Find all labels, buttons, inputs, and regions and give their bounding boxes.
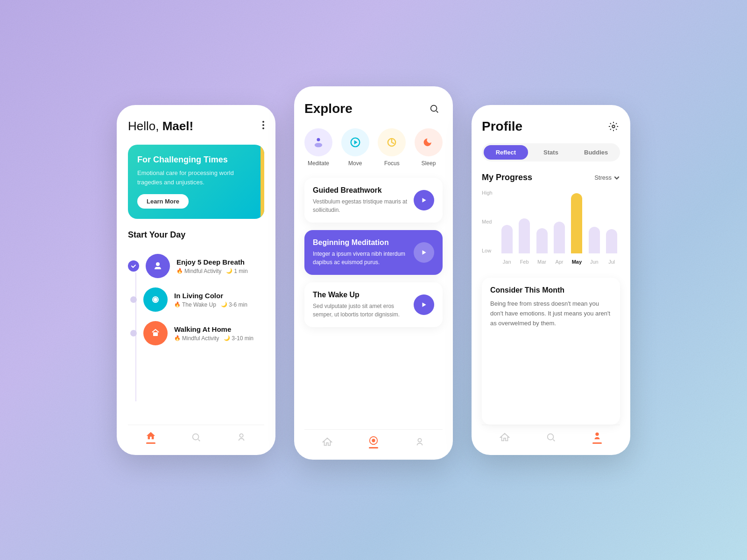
- play-button-3[interactable]: [414, 294, 434, 315]
- play-button-2[interactable]: [414, 242, 434, 263]
- profile-header: Profile: [482, 119, 620, 134]
- bar-jun: [588, 190, 600, 253]
- x-mar: Mar: [536, 259, 548, 265]
- svg-point-13: [612, 125, 615, 128]
- explore-header: Explore: [304, 100, 443, 117]
- activity-meta-2: 🔥 The Wake Up 🌙 3-6 min: [174, 301, 264, 308]
- activity-duration-2: 🌙 3-6 min: [221, 301, 247, 308]
- more-options-button[interactable]: [262, 119, 264, 129]
- card-text-1: Guided Breathwork Vestibulum egestas tri…: [313, 186, 408, 214]
- chart-x-labels: Jan Feb Mar Apr May Jun Jul: [499, 259, 620, 265]
- bar-mar: [536, 190, 548, 253]
- nav-indicator-explore: [369, 447, 378, 448]
- activity-icon-2: [143, 287, 168, 312]
- clock-icon-3: 🌙: [224, 335, 230, 341]
- category-sleep[interactable]: Sleep: [415, 128, 443, 167]
- svg-point-15: [595, 433, 599, 436]
- activity-item[interactable]: In Living Color 🔥 The Wake Up 🌙 3-6 min: [128, 283, 264, 316]
- svg-point-4: [240, 434, 243, 437]
- consider-card: Consider This Month Being free from stre…: [482, 278, 620, 425]
- fire-icon-3: 🔥: [174, 335, 181, 341]
- activity-meta-3: 🔥 Mindful Activity 🌙 3-10 min: [174, 335, 264, 342]
- learn-more-button[interactable]: Learn More: [137, 194, 189, 209]
- chart-bars: [499, 190, 620, 253]
- activity-category-1: 🔥 Mindful Activity: [176, 268, 221, 274]
- activity-info-3: Walking At Home 🔥 Mindful Activity 🌙 3-1…: [174, 325, 264, 342]
- activity-name-1: Enjoy 5 Deep Breath: [176, 258, 264, 266]
- progress-chart: High Med Low Jan Feb Mar Ap: [482, 190, 620, 265]
- s2-nav-explore[interactable]: [368, 435, 379, 448]
- svg-point-14: [548, 434, 554, 440]
- chart-y-labels: High Med Low: [482, 190, 493, 253]
- x-apr: Apr: [553, 259, 565, 265]
- content-card-breathwork[interactable]: Guided Breathwork Vestibulum egestas tri…: [304, 178, 443, 223]
- category-focus[interactable]: Focus: [378, 128, 406, 167]
- move-circle: [341, 128, 369, 156]
- bar-jan: [500, 190, 513, 253]
- consider-text: Being free from stress doesn't mean you …: [490, 299, 612, 328]
- category-meditate[interactable]: Meditate: [304, 128, 332, 167]
- dot-indicator: [130, 330, 137, 336]
- meditate-label: Meditate: [308, 160, 329, 167]
- category-move[interactable]: Move: [341, 128, 369, 167]
- content-card-meditation[interactable]: Beginning Meditation Integer a ipsum viv…: [304, 230, 443, 275]
- svg-point-12: [418, 439, 421, 442]
- card-text-3: The Wake Up Sed vulputate justo sit amet…: [313, 291, 408, 319]
- profile-bottom-nav: [482, 425, 620, 446]
- card-title-1: Guided Breathwork: [313, 186, 408, 195]
- play-button-1[interactable]: [414, 190, 434, 210]
- progress-title: My Progress: [482, 173, 532, 182]
- y-label-med: Med: [482, 219, 493, 224]
- meditate-circle: [304, 128, 332, 156]
- clock-icon-2: 🌙: [221, 301, 227, 308]
- s2-nav-home[interactable]: [322, 437, 332, 447]
- activity-icon-3: [143, 321, 168, 345]
- bottom-nav: [128, 425, 264, 446]
- nav-profile[interactable]: [236, 432, 247, 442]
- activity-info-1: Enjoy 5 Deep Breath 🔥 Mindful Activity 🌙…: [176, 258, 264, 274]
- x-feb: Feb: [518, 259, 530, 265]
- screen-explore: Explore Meditate Move: [294, 86, 453, 460]
- tab-stats[interactable]: Stats: [529, 145, 573, 160]
- move-label: Move: [348, 160, 362, 167]
- card-text-2: Beginning Meditation Integer a ipsum viv…: [313, 238, 408, 266]
- clock-icon: 🌙: [226, 268, 233, 274]
- activity-item[interactable]: Enjoy 5 Deep Breath 🔥 Mindful Activity 🌙…: [128, 249, 264, 283]
- s3-nav-profile[interactable]: [592, 431, 602, 444]
- x-may: May: [571, 259, 583, 265]
- activity-info-2: In Living Color 🔥 The Wake Up 🌙 3-6 min: [174, 292, 264, 308]
- profile-tabs: Reflect Stats Buddies: [482, 143, 620, 161]
- greeting-name: Mael!: [162, 119, 193, 133]
- stress-filter[interactable]: Stress: [594, 174, 620, 181]
- settings-button[interactable]: [607, 120, 620, 133]
- focus-circle: [378, 128, 406, 156]
- greeting: Hello, Mael!: [128, 119, 193, 133]
- screen-home: Hello, Mael! For Challenging Times Emoti…: [117, 105, 275, 455]
- tab-reflect[interactable]: Reflect: [484, 145, 528, 160]
- activity-name-3: Walking At Home: [174, 325, 264, 333]
- s3-nav-search[interactable]: [546, 432, 556, 442]
- screen-profile: Profile Reflect Stats Buddies My Progres…: [472, 105, 630, 455]
- s3-nav-home[interactable]: [500, 432, 510, 442]
- search-button[interactable]: [426, 100, 443, 117]
- consider-title: Consider This Month: [490, 286, 612, 294]
- nav-search[interactable]: [191, 432, 201, 442]
- card-title-3: The Wake Up: [313, 291, 408, 299]
- activity-item[interactable]: Walking At Home 🔥 Mindful Activity 🌙 3-1…: [128, 316, 264, 350]
- section-title: Start Your Day: [128, 230, 264, 240]
- x-jul: Jul: [606, 259, 618, 265]
- tab-buddies[interactable]: Buddies: [574, 145, 618, 160]
- s2-nav-profile[interactable]: [415, 437, 425, 447]
- x-jun: Jun: [588, 259, 600, 265]
- activity-name-2: In Living Color: [174, 292, 264, 300]
- card-desc-1: Vestibulum egestas tristique mauris at s…: [313, 197, 408, 214]
- bar-apr: [553, 190, 565, 253]
- svg-point-5: [431, 105, 437, 112]
- activity-list: Enjoy 5 Deep Breath 🔥 Mindful Activity 🌙…: [128, 249, 264, 425]
- card-title-2: Beginning Meditation: [313, 238, 408, 247]
- check-icon: [128, 260, 139, 272]
- content-card-wakeup[interactable]: The Wake Up Sed vulputate justo sit amet…: [304, 282, 443, 327]
- activity-duration-1: 🌙 1 min: [226, 268, 247, 274]
- nav-home[interactable]: [146, 431, 156, 444]
- y-label-high: High: [482, 190, 493, 196]
